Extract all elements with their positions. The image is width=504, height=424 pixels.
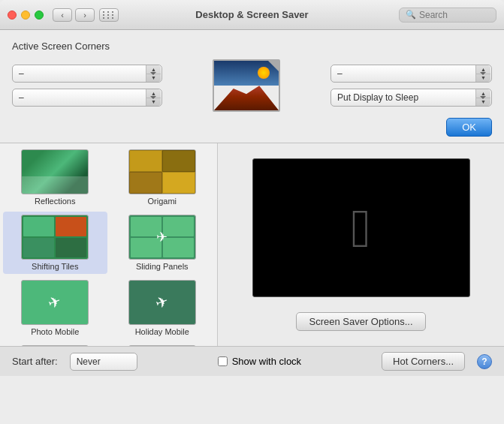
top-left-stepper-down[interactable]: ▼ bbox=[146, 74, 161, 83]
close-button[interactable] bbox=[8, 11, 17, 20]
top-left-select-wrapper: – ▲ ▼ bbox=[12, 65, 162, 83]
top-left-stepper-up[interactable]: ▲ bbox=[146, 65, 161, 74]
ss-item-sliding-panels[interactable]: Sliding Panels bbox=[110, 212, 215, 274]
start-after-select-wrap: Never 1 Minute 5 Minutes 10 Minutes bbox=[70, 353, 137, 371]
ss-label-origami: Origami bbox=[147, 197, 177, 206]
forward-button[interactable]: › bbox=[75, 8, 95, 22]
screensaver-section: Reflections Origami bbox=[0, 143, 504, 346]
search-bar[interactable]: 🔍 bbox=[399, 8, 496, 23]
top-right-select-wrapper: – ▲ ▼ bbox=[330, 65, 492, 83]
hot-corners-button[interactable]: Hot Corners... bbox=[382, 352, 465, 371]
show-clock-checkbox[interactable] bbox=[218, 356, 228, 366]
ss-label-photo-mobile: Photo Mobile bbox=[31, 327, 79, 336]
top-right-select[interactable]: – bbox=[330, 65, 492, 83]
ok-row: OK bbox=[12, 118, 492, 137]
title-bar: ‹ › Desktop & Screen Saver 🔍 bbox=[0, 0, 504, 30]
ok-button[interactable]: OK bbox=[446, 118, 492, 137]
ss-label-reflections: Reflections bbox=[35, 197, 75, 206]
ss-preview-panel:  Screen Saver Options... bbox=[218, 143, 504, 346]
ss-label-shifting-tiles: Shifting Tiles bbox=[32, 262, 78, 271]
top-right-stepper-down[interactable]: ▼ bbox=[476, 74, 490, 83]
ss-item-photo-mobile[interactable]: Photo Mobile bbox=[3, 277, 107, 339]
bottom-left-select-wrapper: – ▲ ▼ bbox=[12, 89, 162, 107]
show-clock-row: Show with clock bbox=[149, 356, 370, 367]
ss-grid: Reflections Origami bbox=[3, 146, 214, 346]
main-area: Active Screen Corners – ▲ ▼ – ▲ ▼ bbox=[0, 30, 504, 137]
top-left-stepper[interactable]: ▲ ▼ bbox=[146, 65, 161, 82]
nav-buttons: ‹ › bbox=[53, 8, 95, 22]
bottom-right-stepper[interactable]: ▲ ▼ bbox=[475, 89, 490, 106]
ss-item-generic1[interactable] bbox=[3, 342, 107, 346]
bottom-left-stepper-down[interactable]: ▼ bbox=[146, 98, 161, 107]
bottom-left-stepper[interactable]: ▲ ▼ bbox=[146, 89, 161, 106]
bottom-right-stepper-up[interactable]: ▲ bbox=[476, 89, 490, 98]
left-corner-selects: – ▲ ▼ – ▲ ▼ bbox=[12, 65, 162, 107]
screen-saver-options-button[interactable]: Screen Saver Options... bbox=[296, 312, 425, 331]
ss-main-preview:  bbox=[252, 158, 470, 297]
ss-item-reflections[interactable]: Reflections bbox=[3, 146, 107, 209]
right-corner-selects: – ▲ ▼ Put Display to Sleep ▲ ▼ bbox=[330, 65, 492, 107]
start-after-select[interactable]: Never 1 Minute 5 Minutes 10 Minutes bbox=[70, 353, 137, 371]
ss-thumb-photo-mobile bbox=[21, 280, 89, 325]
screensaver-list: Reflections Origami bbox=[0, 143, 218, 346]
corners-container: – ▲ ▼ – ▲ ▼ bbox=[12, 59, 492, 112]
traffic-lights bbox=[8, 11, 44, 20]
help-button[interactable]: ? bbox=[477, 354, 492, 369]
bottom-left-select[interactable]: – bbox=[12, 89, 162, 107]
search-input[interactable] bbox=[419, 10, 490, 20]
desktop-preview bbox=[213, 59, 280, 112]
ss-label-holiday-mobile: Holiday Mobile bbox=[135, 327, 189, 336]
bottom-left-stepper-up[interactable]: ▲ bbox=[146, 89, 161, 98]
top-right-stepper-up[interactable]: ▲ bbox=[476, 65, 490, 74]
back-button[interactable]: ‹ bbox=[53, 8, 72, 22]
search-icon: 🔍 bbox=[406, 10, 416, 20]
section-title: Active Screen Corners bbox=[12, 41, 492, 52]
ss-thumb-generic2 bbox=[128, 345, 196, 346]
top-right-stepper[interactable]: ▲ ▼ bbox=[475, 65, 490, 82]
minimize-button[interactable] bbox=[21, 11, 30, 20]
ss-thumb-generic1 bbox=[21, 345, 89, 346]
ss-item-origami[interactable]: Origami bbox=[110, 146, 215, 209]
ss-thumb-origami bbox=[128, 149, 196, 194]
maximize-button[interactable] bbox=[35, 11, 44, 20]
show-clock-label: Show with clock bbox=[232, 356, 301, 367]
grid-view-button[interactable] bbox=[99, 8, 119, 22]
start-after-label: Start after: bbox=[12, 356, 58, 367]
bottom-right-select[interactable]: Put Display to Sleep bbox=[330, 89, 492, 107]
preview-corner-tag bbox=[268, 61, 279, 71]
bottom-bar: Start after: Never 1 Minute 5 Minutes 10… bbox=[0, 346, 504, 376]
ss-thumb-sliding-panels bbox=[128, 215, 196, 260]
ss-label-sliding-panels: Sliding Panels bbox=[136, 262, 189, 271]
window-title: Desktop & Screen Saver bbox=[195, 9, 308, 20]
ss-item-generic2[interactable] bbox=[110, 342, 215, 346]
ss-item-shifting-tiles[interactable]: Shifting Tiles bbox=[3, 212, 107, 274]
ss-thumb-shifting-tiles bbox=[21, 215, 89, 260]
bottom-right-stepper-down[interactable]: ▼ bbox=[476, 98, 490, 107]
bottom-right-select-wrapper: Put Display to Sleep ▲ ▼ bbox=[330, 89, 492, 107]
ss-thumb-holiday-mobile bbox=[128, 280, 196, 325]
ss-item-holiday-mobile[interactable]: Holiday Mobile bbox=[110, 277, 215, 339]
ss-thumb-reflections bbox=[21, 149, 89, 194]
top-left-select[interactable]: – bbox=[12, 65, 162, 83]
apple-logo-icon:  bbox=[351, 201, 370, 255]
